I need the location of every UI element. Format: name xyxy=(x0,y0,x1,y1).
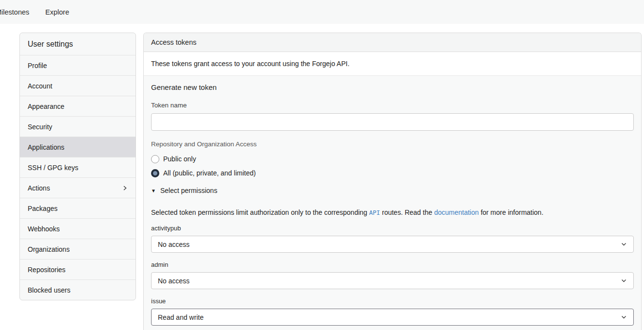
perm-label-activitypub: activitypub xyxy=(151,225,634,232)
radio-public-only[interactable]: Public only xyxy=(151,153,634,165)
sidebar-item-security[interactable]: Security xyxy=(20,116,136,137)
perm-select-issue[interactable]: Read and write xyxy=(151,309,634,326)
chevron-right-icon xyxy=(122,185,128,191)
settings-sidebar: User settings Profile Account Appearance… xyxy=(19,33,136,300)
select-permissions-toggle[interactable]: ▼ Select permissions xyxy=(151,187,634,194)
sidebar-item-profile[interactable]: Profile xyxy=(20,55,136,75)
documentation-link[interactable]: documentation xyxy=(434,208,479,216)
panel-title: Access tokens xyxy=(144,33,641,52)
token-name-label: Token name xyxy=(151,102,634,109)
sidebar-item-appearance[interactable]: Appearance xyxy=(20,96,136,116)
select-permissions-label: Select permissions xyxy=(160,187,218,194)
chevron-down-icon xyxy=(621,241,627,247)
permissions-note: Selected token permissions limit authori… xyxy=(151,208,634,216)
selected-value: No access xyxy=(158,241,189,248)
perm-select-admin[interactable]: No access xyxy=(151,272,634,289)
sidebar-item-repositories[interactable]: Repositories xyxy=(20,259,136,279)
nav-item-milestones[interactable]: Milestones xyxy=(0,8,29,16)
panel-description: These tokens grant access to your accoun… xyxy=(144,52,641,76)
token-name-input[interactable] xyxy=(151,113,634,131)
chevron-down-icon xyxy=(621,278,627,284)
selected-value: No access xyxy=(158,277,189,285)
radio-checked-icon xyxy=(151,169,159,177)
radio-all-access[interactable]: All (public, private, and limited) xyxy=(151,167,634,179)
api-link[interactable]: API xyxy=(369,209,380,216)
repo-org-access-label: Repository and Organization Access xyxy=(151,140,634,148)
top-navbar: Milestones Explore xyxy=(0,0,644,24)
perm-group-issue: issue Read and write xyxy=(151,297,634,326)
sidebar-item-webhooks[interactable]: Webhooks xyxy=(20,218,136,239)
access-tokens-panel: Access tokens These tokens grant access … xyxy=(143,33,642,330)
triangle-down-icon: ▼ xyxy=(151,188,156,193)
perm-label-admin: admin xyxy=(151,261,634,268)
sidebar-item-account[interactable]: Account xyxy=(20,75,136,96)
sidebar-item-actions[interactable]: Actions xyxy=(20,177,136,198)
sidebar-item-organizations[interactable]: Organizations xyxy=(20,239,136,259)
sidebar-item-packages[interactable]: Packages xyxy=(20,198,136,218)
sidebar-item-ssh-gpg-keys[interactable]: SSH / GPG keys xyxy=(20,157,136,177)
generate-token-form: Generate new token Token name Repository… xyxy=(144,76,641,330)
radio-unchecked-icon xyxy=(151,155,159,163)
perm-select-activitypub[interactable]: No access xyxy=(151,236,634,253)
selected-value: Read and write xyxy=(158,313,203,321)
sidebar-title: User settings xyxy=(20,33,136,55)
perm-group-activitypub: activitypub No access xyxy=(151,225,634,253)
sidebar-item-blocked-users[interactable]: Blocked users xyxy=(20,279,136,300)
form-section-title: Generate new token xyxy=(151,83,634,91)
perm-group-admin: admin No access xyxy=(151,261,634,289)
nav-item-explore[interactable]: Explore xyxy=(45,8,69,16)
chevron-down-icon xyxy=(621,314,627,320)
perm-label-issue: issue xyxy=(151,297,634,305)
sidebar-item-applications[interactable]: Applications xyxy=(20,137,136,157)
